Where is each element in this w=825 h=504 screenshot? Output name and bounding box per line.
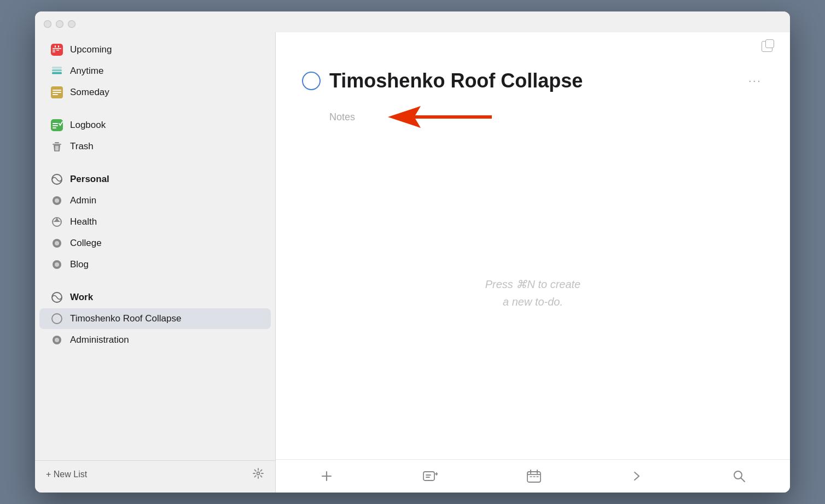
sidebar-item-trash[interactable]: Trash	[39, 136, 271, 157]
svg-marker-44	[388, 106, 492, 128]
sidebar-item-anytime-label: Anytime	[70, 66, 103, 77]
svg-rect-11	[53, 90, 61, 91]
more-menu-button[interactable]: ···	[746, 72, 764, 90]
sidebar-item-upcoming-label: Upcoming	[70, 44, 112, 55]
svg-rect-47	[423, 472, 434, 480]
sidebar-footer: + New List	[35, 460, 275, 488]
sidebar-item-college-label: College	[70, 238, 102, 249]
minimize-button[interactable]	[56, 20, 63, 28]
empty-hint: Press ⌘N to create a new to-do.	[302, 144, 764, 442]
sidebar-item-health[interactable]: Health	[39, 212, 271, 232]
svg-rect-12	[53, 92, 61, 93]
sidebar-item-work-label: Work	[70, 292, 93, 303]
work-area-icon	[50, 291, 63, 304]
timoshenko-icon	[50, 312, 63, 325]
svg-rect-5	[55, 45, 56, 48]
svg-rect-19	[55, 142, 59, 143]
app-window: Upcoming Anytime	[35, 11, 790, 493]
content-body: Timoshenko Roof Collapse ··· Notes	[276, 52, 790, 459]
add-checklist-button[interactable]	[411, 466, 449, 486]
college-icon	[50, 237, 63, 250]
svg-point-35	[257, 472, 260, 475]
system-nav: Upcoming Anytime	[35, 37, 275, 106]
sidebar-item-logbook-label: Logbook	[70, 120, 106, 131]
forward-button[interactable]	[619, 466, 654, 486]
svg-rect-15	[53, 123, 58, 124]
sidebar-item-anytime[interactable]: Anytime	[39, 61, 271, 81]
add-todo-button[interactable]	[309, 466, 344, 486]
notes-area: Notes	[302, 103, 764, 131]
schedule-calendar-icon	[527, 470, 541, 483]
search-button[interactable]	[722, 466, 757, 486]
work-area: Work Timoshenko Roof Collapse	[35, 284, 275, 353]
task-title: Timoshenko Roof Collapse	[329, 69, 737, 92]
svg-point-34	[55, 338, 59, 342]
administration-icon	[50, 333, 63, 347]
settings-icon	[252, 467, 264, 479]
svg-rect-3	[53, 51, 55, 52]
fullscreen-button[interactable]	[68, 20, 75, 28]
empty-hint-line1: Press ⌘N to create	[485, 278, 581, 290]
content-area: Timoshenko Roof Collapse ··· Notes	[276, 32, 790, 493]
sidebar-item-admin[interactable]: Admin	[39, 190, 271, 211]
forward-icon	[630, 470, 643, 483]
sidebar-item-upcoming[interactable]: Upcoming	[39, 39, 271, 60]
sidebar-item-timoshenko[interactable]: Timoshenko Roof Collapse	[39, 308, 271, 329]
add-icon	[320, 470, 333, 483]
schedule-button[interactable]	[516, 466, 552, 486]
content-header	[276, 32, 790, 52]
sidebar-item-admin-label: Admin	[70, 195, 96, 206]
traffic-lights	[44, 20, 75, 28]
empty-hint-line2: a new to-do.	[503, 296, 563, 308]
arrow-svg	[388, 103, 497, 131]
sidebar-item-someday-label: Someday	[70, 87, 109, 98]
sidebar-item-blog[interactable]: Blog	[39, 254, 271, 275]
logbook-icon	[50, 119, 63, 132]
svg-line-43	[255, 476, 256, 477]
sidebar: Upcoming Anytime	[35, 32, 276, 493]
someday-icon	[50, 86, 63, 99]
search-icon	[733, 470, 746, 483]
new-list-label: + New List	[46, 470, 87, 479]
svg-rect-1	[53, 48, 61, 49]
admin-icon	[50, 194, 63, 207]
copy-icon[interactable]	[762, 41, 772, 52]
sidebar-item-someday[interactable]: Someday	[39, 82, 271, 103]
annotation-arrow	[388, 103, 497, 131]
task-circle-button[interactable]	[302, 72, 321, 90]
sidebar-item-administration-label: Administration	[70, 335, 129, 345]
svg-rect-17	[53, 127, 56, 128]
new-list-button[interactable]: + New List	[46, 470, 87, 479]
svg-point-30	[55, 262, 59, 267]
svg-point-32	[52, 314, 62, 324]
svg-rect-6	[58, 45, 59, 48]
sidebar-item-work[interactable]: Work	[39, 287, 271, 308]
trash-icon	[50, 140, 63, 153]
title-bar	[35, 11, 790, 32]
calendar-icon	[50, 43, 63, 56]
sidebar-item-college[interactable]: College	[39, 233, 271, 254]
close-button[interactable]	[44, 20, 51, 28]
notes-placeholder[interactable]: Notes	[329, 112, 355, 123]
svg-line-41	[260, 476, 262, 477]
svg-rect-2	[53, 50, 55, 51]
svg-rect-18	[53, 144, 61, 145]
content-footer	[276, 459, 790, 493]
svg-line-40	[255, 470, 256, 471]
task-header: Timoshenko Roof Collapse ···	[302, 69, 764, 92]
svg-line-60	[741, 478, 745, 482]
sidebar-item-administration[interactable]: Administration	[39, 330, 271, 350]
personal-area: Personal Admin	[35, 166, 275, 278]
add-checklist-icon	[422, 470, 438, 483]
main-layout: Upcoming Anytime	[35, 32, 790, 493]
sidebar-item-logbook[interactable]: Logbook	[39, 115, 271, 136]
health-icon	[50, 215, 63, 228]
sidebar-item-timoshenko-label: Timoshenko Roof Collapse	[70, 313, 181, 324]
settings-button[interactable]	[252, 467, 264, 482]
svg-rect-13	[53, 94, 58, 95]
sidebar-item-personal[interactable]: Personal	[39, 169, 271, 190]
utility-nav: Logbook Trash	[35, 112, 275, 160]
sidebar-item-health-label: Health	[70, 216, 97, 227]
blog-icon	[50, 258, 63, 271]
svg-rect-16	[53, 125, 58, 126]
